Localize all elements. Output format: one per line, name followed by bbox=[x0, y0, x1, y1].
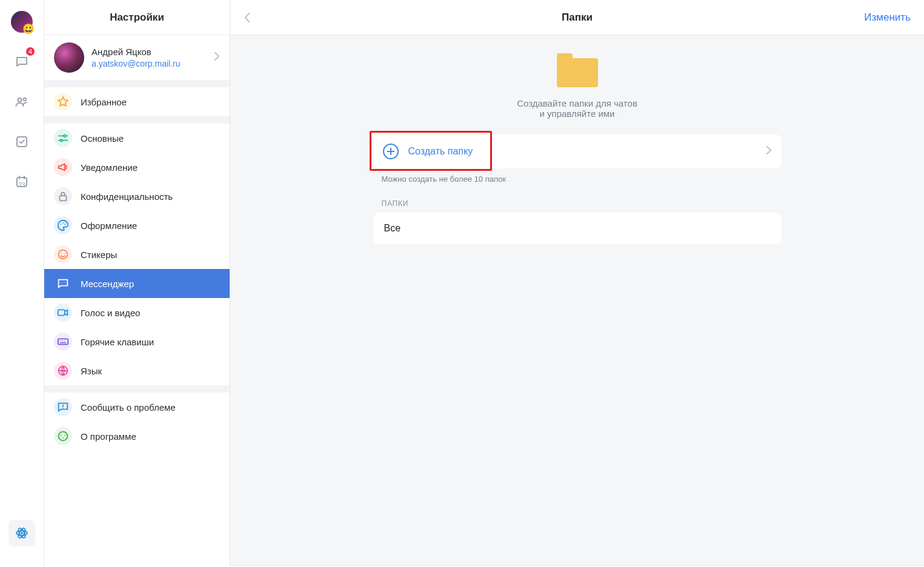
settings-item-theme[interactable]: Оформление bbox=[44, 211, 230, 240]
folder-row-label: Все bbox=[384, 223, 401, 234]
svg-point-3 bbox=[18, 98, 22, 102]
settings-item-voice-video[interactable]: Голос и видео bbox=[44, 298, 230, 327]
nav-contacts[interactable] bbox=[8, 88, 35, 115]
settings-item-privacy[interactable]: Конфиденциальность bbox=[44, 182, 230, 211]
profile-email: a.yatskov@corp.mail.ru bbox=[91, 59, 180, 68]
svg-point-28 bbox=[61, 435, 62, 436]
profile-avatar bbox=[54, 42, 84, 73]
svg-point-0 bbox=[19, 61, 19, 61]
settings-item-general[interactable]: Основные bbox=[44, 124, 230, 153]
svg-point-21 bbox=[62, 282, 63, 283]
folder-row-all[interactable]: Все bbox=[373, 213, 782, 244]
nav-calendar[interactable]: 23 bbox=[8, 168, 35, 195]
back-button[interactable] bbox=[244, 12, 262, 24]
lock-icon bbox=[54, 187, 72, 205]
keyboard-icon bbox=[54, 333, 72, 351]
palette-icon bbox=[54, 216, 72, 234]
main-panel: Папки Изменить Создавайте папки для чато… bbox=[230, 0, 924, 567]
profile-name: Андрей Яцков bbox=[91, 47, 180, 57]
settings-item-about[interactable]: О программе bbox=[44, 422, 230, 451]
video-icon bbox=[54, 303, 72, 322]
hero-text-line1: Создавайте папки для чатов bbox=[517, 98, 637, 108]
svg-rect-24 bbox=[58, 339, 68, 344]
svg-point-17 bbox=[59, 250, 68, 259]
plus-circle-icon bbox=[383, 144, 399, 159]
sliders-icon bbox=[54, 129, 72, 147]
settings-gear-atom-icon[interactable] bbox=[8, 520, 35, 546]
svg-point-26 bbox=[62, 408, 63, 408]
svg-point-19 bbox=[64, 253, 65, 253]
topbar: Папки Изменить bbox=[230, 0, 924, 35]
star-icon bbox=[54, 93, 72, 111]
chevron-right-icon bbox=[766, 145, 772, 158]
svg-rect-23 bbox=[58, 310, 65, 315]
svg-point-20 bbox=[61, 282, 61, 283]
settings-item-messenger[interactable]: Мессенджер bbox=[44, 269, 230, 298]
settings-item-favorites[interactable]: Избранное bbox=[44, 87, 230, 116]
settings-item-hotkeys[interactable]: Горячие клавиши bbox=[44, 327, 230, 356]
hero-text-line2: и управляйте ими bbox=[539, 108, 614, 119]
svg-rect-13 bbox=[60, 196, 67, 201]
folder-list-header: ПАПКИ bbox=[373, 184, 782, 213]
svg-point-12 bbox=[60, 139, 62, 142]
page-title: Папки bbox=[230, 12, 924, 24]
create-folder-button[interactable]: Создать папку bbox=[373, 134, 782, 168]
globe-icon bbox=[54, 362, 72, 380]
svg-point-16 bbox=[65, 224, 66, 225]
alert-icon bbox=[54, 398, 72, 416]
chevron-right-icon bbox=[214, 51, 220, 64]
nav-rail: 4 23 bbox=[0, 0, 44, 567]
svg-point-11 bbox=[64, 135, 66, 138]
svg-point-14 bbox=[60, 224, 61, 225]
svg-point-18 bbox=[61, 253, 62, 253]
svg-point-27 bbox=[59, 432, 68, 441]
svg-point-30 bbox=[62, 437, 64, 439]
current-user-avatar[interactable] bbox=[11, 11, 33, 33]
folder-limit-note: Можно создать не более 10 папок bbox=[373, 168, 782, 184]
chats-unread-badge: 4 bbox=[25, 46, 36, 57]
megaphone-icon bbox=[54, 158, 72, 176]
app-icon bbox=[54, 427, 72, 445]
svg-point-1 bbox=[21, 61, 22, 61]
folder-illustration-icon bbox=[557, 53, 598, 87]
smile-icon bbox=[54, 245, 72, 264]
settings-item-report[interactable]: Сообщить о проблеме bbox=[44, 393, 230, 422]
message-icon bbox=[54, 274, 72, 293]
nav-chats[interactable]: 4 bbox=[8, 48, 35, 75]
settings-item-stickers[interactable]: Стикеры bbox=[44, 240, 230, 269]
svg-point-29 bbox=[64, 435, 65, 436]
nav-tasks[interactable] bbox=[8, 128, 35, 155]
settings-sidebar: Настройки Андрей Яцков a.yatskov@corp.ma… bbox=[44, 0, 230, 567]
svg-point-22 bbox=[65, 282, 65, 283]
create-folder-label: Создать папку bbox=[408, 146, 473, 157]
svg-point-4 bbox=[24, 98, 27, 101]
settings-title: Настройки bbox=[44, 0, 230, 35]
svg-point-2 bbox=[24, 61, 24, 61]
calendar-day-number: 23 bbox=[18, 182, 25, 188]
profile-row[interactable]: Андрей Яцков a.yatskov@corp.mail.ru bbox=[44, 35, 230, 80]
settings-item-language[interactable]: Язык bbox=[44, 356, 230, 385]
svg-point-10 bbox=[21, 532, 23, 534]
settings-item-notifications[interactable]: Уведомление bbox=[44, 153, 230, 182]
edit-button[interactable]: Изменить bbox=[864, 12, 911, 24]
folder-hero: Создавайте папки для чатов и управляйте … bbox=[230, 53, 924, 134]
svg-point-15 bbox=[62, 222, 64, 224]
